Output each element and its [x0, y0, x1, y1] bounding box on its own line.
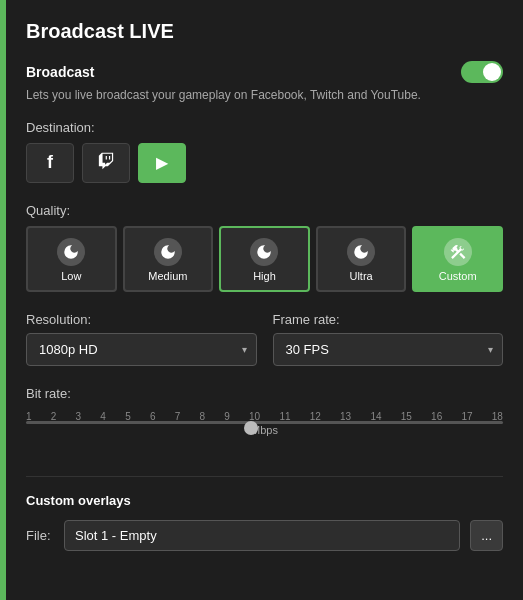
resolution-wrapper: 1080p HD 720p 1440p 4K ▾ — [26, 333, 257, 366]
file-input[interactable] — [64, 520, 460, 551]
quality-high[interactable]: High — [219, 226, 310, 292]
quality-medium-label: Medium — [148, 270, 187, 282]
quality-ultra-icon — [347, 238, 375, 266]
main-panel: Broadcast LIVE Broadcast Lets you live b… — [6, 0, 523, 600]
page-title: Broadcast LIVE — [26, 20, 503, 43]
resolution-group: Resolution: 1080p HD 720p 1440p 4K ▾ — [26, 312, 257, 366]
file-label: File: — [26, 528, 54, 543]
quality-medium-icon — [154, 238, 182, 266]
destination-label: Destination: — [26, 120, 503, 135]
quality-custom[interactable]: Custom — [412, 226, 503, 292]
quality-custom-label: Custom — [439, 270, 477, 282]
resolution-select[interactable]: 1080p HD 720p 1440p 4K — [26, 333, 257, 366]
twitch-icon — [96, 151, 116, 175]
bitrate-label: Bit rate: — [26, 386, 503, 401]
bitrate-slider-container: 1 2 3 4 5 6 7 8 9 10 11 12 13 14 15 16 1… — [26, 411, 503, 456]
framerate-label: Frame rate: — [273, 312, 504, 327]
broadcast-row: Broadcast — [26, 61, 503, 83]
bitrate-unit: Mbps — [26, 424, 503, 436]
overlays-title: Custom overlays — [26, 493, 503, 508]
dropdowns-row: Resolution: 1080p HD 720p 1440p 4K ▾ Fra… — [26, 312, 503, 366]
quality-low-label: Low — [61, 270, 81, 282]
destination-youtube[interactable]: ▶ — [138, 143, 186, 183]
quality-label: Quality: — [26, 203, 503, 218]
broadcast-toggle[interactable] — [461, 61, 503, 83]
destination-buttons: f ▶ — [26, 143, 503, 183]
quality-ultra-label: Ultra — [349, 270, 372, 282]
broadcast-label: Broadcast — [26, 64, 94, 80]
quality-ultra[interactable]: Ultra — [316, 226, 407, 292]
framerate-wrapper: 30 FPS 60 FPS ▾ — [273, 333, 504, 366]
bitrate-section: Bit rate: 1 2 3 4 5 6 7 8 9 10 11 12 13 … — [26, 386, 503, 456]
quality-high-icon — [250, 238, 278, 266]
resolution-label: Resolution: — [26, 312, 257, 327]
section-divider — [26, 476, 503, 477]
framerate-group: Frame rate: 30 FPS 60 FPS ▾ — [273, 312, 504, 366]
quality-buttons: Low Medium High Ultra Custom — [26, 226, 503, 292]
destination-facebook[interactable]: f — [26, 143, 74, 183]
quality-low-icon — [57, 238, 85, 266]
quality-high-label: High — [253, 270, 276, 282]
browse-button[interactable]: ... — [470, 520, 503, 551]
bitrate-slider[interactable] — [26, 421, 503, 424]
quality-medium[interactable]: Medium — [123, 226, 214, 292]
broadcast-description: Lets you live broadcast your gameplay on… — [26, 87, 503, 104]
quality-custom-icon — [444, 238, 472, 266]
quality-low[interactable]: Low — [26, 226, 117, 292]
framerate-select[interactable]: 30 FPS 60 FPS — [273, 333, 504, 366]
facebook-icon: f — [47, 152, 53, 173]
youtube-icon: ▶ — [156, 153, 168, 172]
file-row: File: ... — [26, 520, 503, 551]
destination-twitch[interactable] — [82, 143, 130, 183]
